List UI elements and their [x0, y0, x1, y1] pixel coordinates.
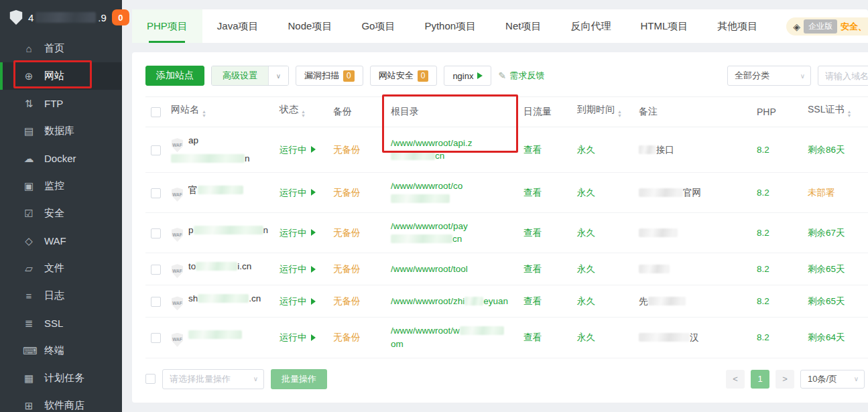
tab-reverse-proxy[interactable]: 反向代理	[556, 9, 625, 43]
page-number-button[interactable]: 1	[751, 370, 769, 389]
site-security-button[interactable]: 网站安全 0	[370, 66, 438, 86]
traffic-link[interactable]: 查看	[523, 296, 542, 306]
site-status[interactable]: 运行中	[280, 295, 316, 308]
site-status[interactable]: 运行中	[280, 263, 316, 276]
chevron-down-icon[interactable]: ∨	[268, 66, 288, 85]
php-version-link[interactable]: 8.2	[757, 296, 769, 306]
feedback-link[interactable]: ✎ 需求反馈	[498, 70, 544, 82]
sidebar-item-waf[interactable]: ◇WAF	[0, 227, 122, 255]
sidebar-item-files[interactable]: ▱文件	[0, 255, 122, 282]
backup-link[interactable]: 无备份	[333, 188, 361, 198]
prev-page-button[interactable]: <	[726, 370, 745, 389]
sidebar-item-home[interactable]: ⌂首页	[0, 35, 122, 62]
traffic-link[interactable]: 查看	[523, 264, 542, 274]
col-header-site-name[interactable]: 网站名▲▼	[166, 97, 274, 127]
row-checkbox[interactable]	[151, 265, 161, 275]
php-version-link[interactable]: 8.2	[757, 264, 769, 274]
expiry-link[interactable]: 永久	[577, 145, 595, 155]
expiry-link[interactable]: 永久	[577, 332, 595, 342]
root-dir-link[interactable]: /www/wwwroot/tool	[391, 264, 468, 274]
site-name[interactable]: 官	[188, 185, 243, 195]
root-dir-link[interactable]: /www/wwwroot/co	[391, 181, 462, 204]
sort-icon[interactable]: ▲▼	[617, 112, 622, 120]
tab-python[interactable]: Python项目	[410, 9, 491, 43]
row-checkbox[interactable]	[151, 145, 161, 155]
category-filter-select[interactable]: 全部分类 ∨	[727, 66, 811, 86]
root-dir-link[interactable]: /www/wwwroot/zhieyuan	[391, 296, 508, 306]
expiry-link[interactable]: 永久	[577, 264, 595, 274]
row-checkbox[interactable]	[151, 188, 161, 198]
php-version-link[interactable]: 8.2	[757, 332, 769, 342]
batch-action-select[interactable]: 请选择批量操作 ∨	[162, 369, 264, 389]
sidebar-item-app-store[interactable]: ⊞软件商店	[0, 392, 122, 412]
sidebar-item-website[interactable]: ⊕网站	[0, 62, 122, 90]
advanced-settings-button[interactable]: 高级设置 ∨	[211, 66, 289, 86]
ssl-status-link[interactable]: 剩余86天	[808, 145, 845, 155]
site-note[interactable]	[639, 228, 678, 238]
site-search-input[interactable]	[818, 66, 868, 86]
traffic-link[interactable]: 查看	[523, 145, 542, 155]
panel-logo[interactable]: 4 .9 0	[0, 0, 122, 35]
tab-go[interactable]: Go项目	[347, 9, 410, 43]
tab-net[interactable]: Net项目	[491, 9, 556, 43]
root-dir-link[interactable]: /www/wwwroot/paycn	[391, 221, 468, 245]
advanced-settings-label[interactable]: 高级设置	[212, 66, 268, 85]
traffic-link[interactable]: 查看	[523, 332, 542, 342]
sidebar-item-ftp[interactable]: ⇅FTP	[0, 90, 122, 117]
row-checkbox[interactable]	[151, 228, 161, 238]
ssl-status-link[interactable]: 剩余64天	[808, 332, 845, 342]
ssl-status-link[interactable]: 剩余65天	[808, 264, 845, 274]
site-note[interactable]	[639, 264, 670, 274]
ssl-status-link[interactable]: 未部署	[808, 188, 835, 198]
site-status[interactable]: 运行中	[280, 186, 316, 200]
footer-select-all-checkbox[interactable]	[145, 374, 156, 384]
backup-link[interactable]: 无备份	[333, 296, 361, 306]
tab-other[interactable]: 其他项目	[702, 9, 772, 43]
sidebar-item-ssl[interactable]: ≣SSL	[0, 310, 122, 337]
ssl-status-link[interactable]: 剩余67天	[808, 228, 845, 238]
sort-icon[interactable]: ▲▼	[301, 112, 306, 120]
site-name[interactable]: pn	[188, 225, 268, 235]
enterprise-plan-badge[interactable]: ◈ 企业版 安全、	[786, 17, 868, 36]
col-header-expiry[interactable]: 到期时间▲▼	[572, 97, 633, 127]
row-checkbox[interactable]	[151, 297, 161, 307]
sidebar-item-security[interactable]: ☑安全	[0, 200, 122, 227]
site-note[interactable]: 接口	[639, 145, 674, 155]
sidebar-item-database[interactable]: ▤数据库	[0, 117, 122, 145]
site-name[interactable]: toi.cn	[188, 261, 251, 271]
php-version-link[interactable]: 8.2	[757, 188, 769, 198]
sidebar-item-terminal[interactable]: ⌨终端	[0, 337, 122, 364]
tab-php[interactable]: PHP项目	[132, 9, 202, 43]
tab-node[interactable]: Node项目	[273, 9, 347, 43]
expiry-link[interactable]: 永久	[577, 188, 595, 198]
vuln-scan-button[interactable]: 漏洞扫描 0	[296, 66, 363, 86]
tab-java[interactable]: Java项目	[202, 9, 273, 43]
row-checkbox[interactable]	[151, 333, 161, 343]
batch-action-button[interactable]: 批量操作	[271, 369, 327, 389]
backup-link[interactable]: 无备份	[333, 228, 361, 238]
sidebar-item-monitor[interactable]: ▣监控	[0, 172, 122, 200]
select-all-checkbox[interactable]	[151, 107, 161, 117]
col-header-ssl[interactable]: SSL证书▲▼	[802, 97, 868, 127]
col-header-status[interactable]: 状态▲▼	[274, 97, 328, 127]
sort-icon[interactable]: ▲▼	[847, 112, 851, 120]
sort-icon[interactable]: ▲▼	[202, 112, 206, 120]
backup-link[interactable]: 无备份	[333, 264, 361, 274]
tab-html[interactable]: HTML项目	[625, 9, 702, 43]
message-count-badge[interactable]: 0	[112, 9, 129, 25]
backup-link[interactable]: 无备份	[333, 145, 361, 155]
site-name[interactable]: apn	[171, 135, 250, 163]
site-status[interactable]: 运行中	[280, 226, 316, 240]
traffic-link[interactable]: 查看	[523, 228, 542, 238]
page-size-select[interactable]: 10条/页 ∨	[800, 370, 865, 389]
sidebar-item-docker[interactable]: ☁Docker	[0, 145, 122, 172]
web-server-button[interactable]: nginx	[444, 66, 491, 86]
site-status[interactable]: 运行中	[280, 331, 316, 344]
site-note[interactable]: 汉	[639, 332, 699, 342]
php-version-link[interactable]: 8.2	[757, 145, 769, 155]
site-status[interactable]: 运行中	[280, 143, 316, 157]
traffic-link[interactable]: 查看	[523, 188, 542, 198]
ssl-status-link[interactable]: 剩余65天	[808, 296, 845, 306]
site-name[interactable]	[188, 330, 242, 340]
backup-link[interactable]: 无备份	[333, 332, 361, 342]
